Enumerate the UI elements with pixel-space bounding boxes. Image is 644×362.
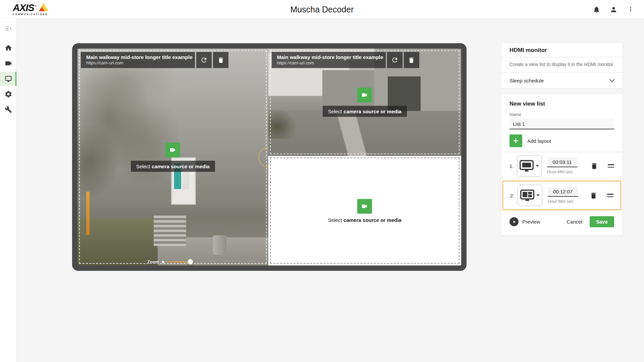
select-label-prefix: Select — [136, 163, 150, 169]
row-index: 2. — [510, 193, 517, 198]
feed-title-box: Main walkway mid-store longer title exam… — [272, 52, 386, 68]
layout-select-dropdown[interactable] — [517, 155, 542, 177]
select-camera-source-button[interactable] — [357, 88, 372, 103]
zoom-diamond-icon — [161, 260, 165, 263]
video-camera-icon — [169, 146, 177, 154]
account-icon[interactable] — [609, 5, 618, 13]
feed-header-1: Main walkway mid-store longer title exam… — [81, 52, 228, 68]
select-source-label: Selectcamera source or media — [131, 161, 215, 172]
wrench-icon — [5, 106, 12, 113]
delete-row-button[interactable] — [589, 191, 598, 200]
notifications-bell-icon[interactable] — [592, 5, 600, 13]
feed-title-box: Main walkway mid-store longer title exam… — [81, 52, 195, 68]
panel-title: HDMI monitor — [501, 43, 622, 57]
axis-logo-top: AXIS ® — [13, 3, 48, 12]
select-camera-source-button[interactable] — [357, 199, 372, 214]
left-sidebar — [0, 19, 16, 362]
sidebar-spacer — [0, 37, 16, 41]
more-options-icon[interactable] — [627, 5, 635, 13]
cancel-button[interactable]: Cancel — [567, 219, 582, 225]
monitor-screen: Main walkway mid-store longer title exam… — [77, 49, 461, 265]
list-name-input[interactable] — [509, 119, 614, 129]
feed-url: https://cam-url.com — [86, 60, 190, 66]
trash-icon — [590, 162, 598, 170]
panel-header-card: HDMI monitor Create a view list to displ… — [501, 43, 622, 88]
select-source-overlay-1: Selectcamera source or media — [77, 142, 268, 172]
duration-input[interactable] — [548, 187, 578, 197]
gear-icon — [4, 90, 12, 98]
video-camera-icon — [4, 59, 12, 67]
add-layout-button[interactable]: Add layout — [509, 134, 614, 147]
sleep-schedule-label: Sleep schedule — [509, 78, 544, 83]
feed-delete-button[interactable] — [404, 52, 419, 68]
layout-select-dropdown[interactable] — [518, 185, 542, 206]
single-view-layout-icon — [520, 160, 534, 172]
name-field-label: Name — [501, 112, 622, 117]
view-list-row-2: 2. Hour:Min:sec — [502, 181, 621, 210]
select-camera-source-button[interactable] — [165, 142, 180, 157]
topbar-actions — [592, 0, 635, 19]
new-view-list-title: New view list — [501, 101, 622, 107]
row-index: 1. — [509, 163, 516, 169]
video-camera-icon — [361, 202, 369, 210]
trash-icon — [217, 57, 224, 64]
feed-title: Main walkway mid-store longer title exam… — [86, 54, 190, 60]
zoom-label: Zoom — [147, 259, 159, 264]
right-panes: Main walkway mid-store longer title exam… — [268, 49, 461, 265]
view-list-row-1: 1. Hour:Min:sec — [501, 153, 622, 179]
add-layout-label: Add layout — [527, 138, 551, 144]
preview-label: Preview — [522, 219, 540, 225]
feed-url: https://cam-url.com — [277, 60, 380, 66]
feed-delete-button[interactable] — [213, 52, 228, 68]
chevron-down-icon — [609, 79, 615, 82]
select-label-prefix: Select — [328, 217, 342, 223]
sidebar-item-collapse-menu[interactable] — [0, 21, 16, 36]
panel-description: Create a view list to display it in the … — [501, 57, 622, 72]
split-view-layout-icon — [520, 189, 534, 201]
axis-logo: AXIS ® COMMUNICATIONS — [13, 3, 48, 15]
duration-hint: Hour:Min:sec — [548, 199, 578, 204]
sidebar-item-home[interactable] — [0, 41, 16, 55]
refresh-icon — [200, 56, 208, 64]
refresh-icon — [391, 56, 398, 64]
hdmi-monitor-panel: HDMI monitor Create a view list to displ… — [501, 43, 622, 235]
caret-down-icon — [536, 194, 540, 196]
feed-refresh-button[interactable] — [196, 52, 212, 68]
zoom-slider[interactable] — [167, 259, 207, 264]
preview-button[interactable]: Preview — [509, 217, 540, 226]
duration-input[interactable] — [547, 158, 577, 167]
save-button[interactable]: Save — [590, 216, 614, 227]
drag-handle[interactable] — [608, 164, 614, 168]
sidebar-item-maintenance[interactable] — [0, 103, 16, 117]
delete-row-button[interactable] — [590, 162, 598, 170]
collapse-menu-icon — [5, 25, 12, 32]
brand-subtitle: COMMUNICATIONS — [13, 13, 48, 15]
sidebar-item-settings[interactable] — [0, 87, 16, 101]
drag-handle[interactable] — [607, 194, 613, 197]
select-source-overlay-2: Selectcamera source or media — [268, 88, 461, 117]
new-view-list-card: New view list Name Add layout 1. — [501, 94, 622, 235]
sleep-schedule-expander[interactable]: Sleep schedule — [501, 73, 622, 88]
axis-triangle-icon — [38, 3, 48, 12]
feed-title: Main walkway mid-store longer title exam… — [277, 54, 380, 60]
trash-icon — [408, 57, 415, 64]
feed-refresh-button[interactable] — [387, 52, 402, 68]
select-label-bold: camera source or media — [343, 109, 401, 114]
page-title: Muscha Decoder — [290, 4, 354, 14]
monitor-frame: Main walkway mid-store longer title exam… — [72, 43, 467, 271]
sidebar-item-cameras[interactable] — [0, 56, 16, 70]
sidebar-item-hdmi-monitor[interactable] — [0, 72, 16, 86]
brand-trademark: ® — [35, 4, 37, 7]
view-pane-3-empty[interactable]: Selectcamera source or media — [268, 156, 461, 265]
photo-layer — [299, 113, 404, 156]
zoom-slider-thumb[interactable] — [187, 259, 193, 264]
main-stage: Main walkway mid-store longer title exam… — [0, 19, 644, 362]
plus-icon — [509, 134, 522, 147]
feed-header-2: Main walkway mid-store longer title exam… — [272, 52, 419, 68]
duration-field: Hour:Min:sec — [547, 158, 577, 174]
select-label-prefix: Select — [328, 109, 342, 114]
view-pane-2[interactable]: Main walkway mid-store longer title exam… — [268, 49, 461, 156]
select-source-overlay-3: Selectcamera source or media — [268, 199, 461, 223]
select-source-label: Selectcamera source or media — [328, 217, 401, 223]
view-pane-1[interactable]: Main walkway mid-store longer title exam… — [77, 49, 268, 265]
